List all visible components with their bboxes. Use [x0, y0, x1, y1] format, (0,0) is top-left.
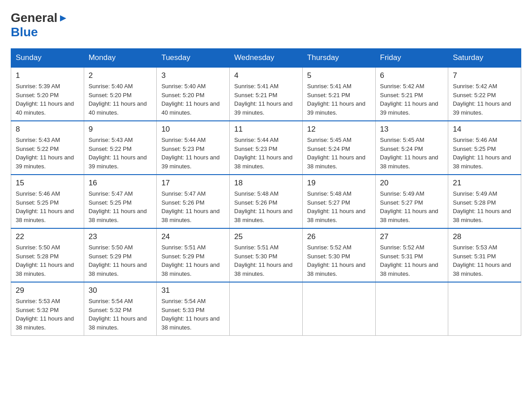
day-info: Sunrise: 5:52 AMSunset: 5:31 PMDaylight:…: [380, 243, 444, 278]
day-number: 1: [16, 71, 79, 80]
day-number: 6: [380, 71, 444, 80]
logo-blue-text: Blue: [11, 25, 68, 39]
day-info: Sunrise: 5:45 AMSunset: 5:24 PMDaylight:…: [307, 136, 371, 171]
weekday-header-saturday: Saturday: [448, 49, 521, 68]
day-number: 10: [161, 125, 225, 134]
weekday-header-thursday: Thursday: [302, 49, 375, 68]
week-row-2: 8Sunrise: 5:43 AMSunset: 5:22 PMDaylight…: [11, 121, 521, 175]
weekday-header-tuesday: Tuesday: [157, 49, 230, 68]
day-info: Sunrise: 5:49 AMSunset: 5:27 PMDaylight:…: [380, 189, 444, 224]
weekday-header-sunday: Sunday: [11, 49, 84, 68]
day-info: Sunrise: 5:42 AMSunset: 5:22 PMDaylight:…: [453, 82, 516, 117]
day-number: 19: [307, 179, 371, 188]
day-cell-29: 29Sunrise: 5:53 AMSunset: 5:32 PMDayligh…: [11, 282, 84, 336]
page-header: General Blue: [11, 11, 521, 39]
day-info: Sunrise: 5:54 AMSunset: 5:33 PMDaylight:…: [161, 297, 225, 332]
day-number: 17: [161, 179, 225, 188]
day-number: 12: [307, 125, 371, 134]
empty-cell-4-3: [230, 282, 303, 336]
day-number: 29: [16, 286, 79, 295]
day-info: Sunrise: 5:45 AMSunset: 5:24 PMDaylight:…: [380, 136, 444, 171]
day-cell-9: 9Sunrise: 5:43 AMSunset: 5:22 PMDaylight…: [84, 121, 157, 175]
day-cell-16: 16Sunrise: 5:47 AMSunset: 5:25 PMDayligh…: [84, 175, 157, 228]
day-info: Sunrise: 5:47 AMSunset: 5:25 PMDaylight:…: [89, 189, 152, 224]
day-info: Sunrise: 5:51 AMSunset: 5:29 PMDaylight:…: [161, 243, 225, 278]
logo: General Blue: [11, 11, 68, 39]
day-cell-1: 1Sunrise: 5:39 AMSunset: 5:20 PMDaylight…: [11, 67, 84, 121]
day-cell-15: 15Sunrise: 5:46 AMSunset: 5:25 PMDayligh…: [11, 175, 84, 228]
day-number: 14: [453, 125, 516, 134]
day-cell-21: 21Sunrise: 5:49 AMSunset: 5:28 PMDayligh…: [448, 175, 521, 228]
day-info: Sunrise: 5:51 AMSunset: 5:30 PMDaylight:…: [234, 243, 298, 278]
logo-general-text: General: [11, 11, 57, 25]
day-number: 7: [453, 71, 516, 80]
day-number: 18: [234, 179, 298, 188]
day-cell-2: 2Sunrise: 5:40 AMSunset: 5:20 PMDaylight…: [84, 67, 157, 121]
empty-cell-4-6: [448, 282, 521, 336]
day-number: 20: [380, 179, 444, 188]
day-number: 25: [234, 232, 298, 241]
day-number: 23: [89, 232, 152, 241]
day-cell-7: 7Sunrise: 5:42 AMSunset: 5:22 PMDaylight…: [448, 67, 521, 121]
weekday-header-wednesday: Wednesday: [230, 49, 303, 68]
day-info: Sunrise: 5:40 AMSunset: 5:20 PMDaylight:…: [161, 82, 225, 117]
day-cell-17: 17Sunrise: 5:47 AMSunset: 5:26 PMDayligh…: [157, 175, 230, 228]
day-number: 22: [16, 232, 79, 241]
day-cell-13: 13Sunrise: 5:45 AMSunset: 5:24 PMDayligh…: [375, 121, 448, 175]
day-number: 16: [89, 179, 152, 188]
weekday-header-friday: Friday: [375, 49, 448, 68]
day-cell-18: 18Sunrise: 5:48 AMSunset: 5:26 PMDayligh…: [230, 175, 303, 228]
day-number: 8: [16, 125, 79, 134]
day-number: 15: [16, 179, 79, 188]
day-info: Sunrise: 5:53 AMSunset: 5:32 PMDaylight:…: [16, 297, 79, 332]
day-info: Sunrise: 5:40 AMSunset: 5:20 PMDaylight:…: [89, 82, 152, 117]
week-row-4: 22Sunrise: 5:50 AMSunset: 5:28 PMDayligh…: [11, 228, 521, 282]
day-info: Sunrise: 5:50 AMSunset: 5:29 PMDaylight:…: [89, 243, 152, 278]
day-cell-20: 20Sunrise: 5:49 AMSunset: 5:27 PMDayligh…: [375, 175, 448, 228]
weekday-header-monday: Monday: [84, 49, 157, 68]
svg-marker-0: [60, 15, 66, 21]
day-cell-25: 25Sunrise: 5:51 AMSunset: 5:30 PMDayligh…: [230, 228, 303, 282]
day-cell-22: 22Sunrise: 5:50 AMSunset: 5:28 PMDayligh…: [11, 228, 84, 282]
day-info: Sunrise: 5:46 AMSunset: 5:25 PMDaylight:…: [16, 189, 79, 224]
day-info: Sunrise: 5:52 AMSunset: 5:30 PMDaylight:…: [307, 243, 371, 278]
day-cell-12: 12Sunrise: 5:45 AMSunset: 5:24 PMDayligh…: [302, 121, 375, 175]
day-number: 2: [89, 71, 152, 80]
day-info: Sunrise: 5:48 AMSunset: 5:26 PMDaylight:…: [234, 189, 298, 224]
day-number: 24: [161, 232, 225, 241]
week-row-3: 15Sunrise: 5:46 AMSunset: 5:25 PMDayligh…: [11, 175, 521, 228]
day-cell-10: 10Sunrise: 5:44 AMSunset: 5:23 PMDayligh…: [157, 121, 230, 175]
day-number: 3: [161, 71, 225, 80]
day-cell-28: 28Sunrise: 5:53 AMSunset: 5:31 PMDayligh…: [448, 228, 521, 282]
day-number: 31: [161, 286, 225, 295]
week-row-1: 1Sunrise: 5:39 AMSunset: 5:20 PMDaylight…: [11, 67, 521, 121]
day-info: Sunrise: 5:41 AMSunset: 5:21 PMDaylight:…: [307, 82, 371, 117]
day-info: Sunrise: 5:44 AMSunset: 5:23 PMDaylight:…: [161, 136, 225, 171]
day-info: Sunrise: 5:44 AMSunset: 5:23 PMDaylight:…: [234, 136, 298, 171]
week-row-5: 29Sunrise: 5:53 AMSunset: 5:32 PMDayligh…: [11, 282, 521, 336]
day-number: 21: [453, 179, 516, 188]
day-info: Sunrise: 5:43 AMSunset: 5:22 PMDaylight:…: [16, 136, 79, 171]
empty-cell-4-5: [375, 282, 448, 336]
day-number: 26: [307, 232, 371, 241]
day-cell-4: 4Sunrise: 5:41 AMSunset: 5:21 PMDaylight…: [230, 67, 303, 121]
day-cell-19: 19Sunrise: 5:48 AMSunset: 5:27 PMDayligh…: [302, 175, 375, 228]
day-cell-14: 14Sunrise: 5:46 AMSunset: 5:25 PMDayligh…: [448, 121, 521, 175]
day-cell-24: 24Sunrise: 5:51 AMSunset: 5:29 PMDayligh…: [157, 228, 230, 282]
day-cell-23: 23Sunrise: 5:50 AMSunset: 5:29 PMDayligh…: [84, 228, 157, 282]
day-cell-11: 11Sunrise: 5:44 AMSunset: 5:23 PMDayligh…: [230, 121, 303, 175]
day-info: Sunrise: 5:49 AMSunset: 5:28 PMDaylight:…: [453, 189, 516, 224]
calendar-table: SundayMondayTuesdayWednesdayThursdayFrid…: [11, 48, 521, 336]
day-number: 30: [89, 286, 152, 295]
day-cell-27: 27Sunrise: 5:52 AMSunset: 5:31 PMDayligh…: [375, 228, 448, 282]
day-number: 28: [453, 232, 516, 241]
day-info: Sunrise: 5:47 AMSunset: 5:26 PMDaylight:…: [161, 189, 225, 224]
day-info: Sunrise: 5:54 AMSunset: 5:32 PMDaylight:…: [89, 297, 152, 332]
day-cell-3: 3Sunrise: 5:40 AMSunset: 5:20 PMDaylight…: [157, 67, 230, 121]
day-number: 13: [380, 125, 444, 134]
day-cell-8: 8Sunrise: 5:43 AMSunset: 5:22 PMDaylight…: [11, 121, 84, 175]
day-info: Sunrise: 5:46 AMSunset: 5:25 PMDaylight:…: [453, 136, 516, 171]
weekday-header-row: SundayMondayTuesdayWednesdayThursdayFrid…: [11, 49, 521, 68]
day-info: Sunrise: 5:50 AMSunset: 5:28 PMDaylight:…: [16, 243, 79, 278]
day-number: 4: [234, 71, 298, 80]
